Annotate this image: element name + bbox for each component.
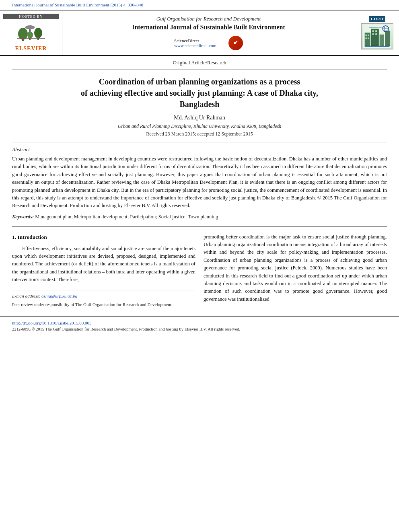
email-value[interactable]: ashiq@urp.ku.ac.bd	[41, 294, 77, 298]
gord-badge: GORD	[369, 16, 385, 22]
bottom-bar: http://dx.doi.org/10.1016/j.ijsbe.2015.0…	[0, 316, 399, 334]
elsevier-text: ELSEVIER	[15, 45, 47, 52]
peer-review-note: Peer review under responsibility of The …	[12, 301, 195, 308]
email-label: E-mail address:	[12, 294, 40, 298]
journal-header: HOSTED BY ELSEVIER Gulf Organisation for…	[0, 10, 399, 56]
elsevier-logo-box: HOSTED BY ELSEVIER	[0, 10, 62, 55]
footnote-area: E-mail address: ashiq@urp.ku.ac.bd Peer …	[12, 290, 195, 308]
gord-journal-thumbnail: International Journal of	[361, 23, 393, 49]
abstract-section: Abstract Urban planning and development …	[12, 146, 387, 220]
svg-rect-15	[368, 35, 369, 36]
svg-rect-8	[29, 38, 31, 40]
received-dates: Received 23 March 2015; accepted 12 Sept…	[12, 131, 387, 137]
intro-number: 1.	[12, 234, 16, 240]
intro-left-text: Effectiveness, efficiency, sustainabilit…	[12, 245, 195, 284]
keywords-line: Keywords: Management plan; Metropolitan …	[12, 214, 387, 220]
svg-rect-21	[375, 33, 377, 35]
svg-rect-6	[37, 37, 39, 40]
svg-rect-12	[380, 35, 384, 46]
divider-after-abstract	[12, 226, 387, 227]
keywords-label: Keywords:	[12, 214, 34, 220]
intro-right-text: promoting better coordination is the maj…	[204, 233, 387, 303]
col-left: 1. Introduction Effectiveness, efficienc…	[12, 233, 195, 308]
two-column-body: 1. Introduction Effectiveness, efficienc…	[12, 233, 387, 308]
crossmark-icon: ✔	[228, 36, 243, 50]
crossmark-symbol: ✔	[233, 39, 238, 46]
science-direct-row: ScienceDirect www.sciencedirect.com ✔	[174, 36, 243, 50]
article-title: Coordination of urban planning organizat…	[49, 76, 350, 110]
abstract-text: Urban planning and development managemen…	[12, 155, 387, 210]
svg-point-2	[25, 25, 35, 29]
svg-rect-14	[366, 35, 367, 36]
journal-title-header: International Journal of Sustainable Bui…	[132, 24, 285, 31]
svg-rect-25	[365, 46, 390, 47]
intro-heading: Introduction	[18, 234, 47, 240]
svg-point-7	[27, 31, 33, 39]
svg-point-5	[34, 28, 42, 38]
svg-rect-4	[22, 38, 24, 41]
svg-rect-13	[385, 31, 390, 46]
abstract-label: Abstract	[12, 146, 387, 153]
main-content: Coordination of urban planning organizat…	[0, 76, 399, 308]
doi-line: http://dx.doi.org/10.1016/j.ijsbe.2015.0…	[12, 320, 387, 325]
svg-rect-16	[366, 37, 367, 39]
gord-logo-box: GORD	[355, 10, 399, 55]
doi-text[interactable]: http://dx.doi.org/10.1016/j.ijsbe.2015.0…	[12, 320, 92, 325]
sciencedirect-url[interactable]: www.sciencedirect.com	[174, 43, 216, 48]
article-type-divider: Original Article/Research	[12, 56, 387, 70]
col-right: promoting better coordination is the maj…	[204, 233, 387, 308]
citation-bar: International Journal of Sustainable Bui…	[0, 0, 399, 10]
journal-center: Gulf Organisation for Research and Devel…	[62, 10, 355, 55]
sciencedirect-label: ScienceDirect	[174, 38, 199, 43]
keywords-values: Management plan; Metropolitan developmen…	[35, 214, 218, 220]
svg-text:International Journal of: International Journal of	[369, 27, 385, 29]
copyright-line: 2212-6090/© 2015 The Gulf Organisation f…	[12, 327, 387, 331]
org-name: Gulf Organisation for Research and Devel…	[156, 16, 261, 22]
article-title-text: Coordination of urban planning organizat…	[81, 77, 318, 109]
citation-text: International Journal of Sustainable Bui…	[12, 2, 143, 7]
intro-title: 1. Introduction	[12, 233, 195, 242]
svg-rect-19	[375, 30, 377, 32]
divider-after-dates	[12, 142, 387, 142]
svg-rect-18	[372, 30, 374, 32]
svg-rect-20	[372, 33, 374, 35]
footnote-email-line: E-mail address: ashiq@urp.ku.ac.bd	[12, 293, 195, 300]
author-affiliation: Urban and Rural Planning Discipline, Khu…	[12, 123, 387, 129]
author-name: Md. Ashiq Ur Rahman	[12, 115, 387, 121]
svg-rect-17	[368, 37, 369, 39]
elsevier-tree-icon	[15, 22, 47, 44]
hosted-by-label: HOSTED BY	[3, 14, 59, 19]
article-type-label: Original Article/Research	[12, 56, 387, 70]
sciencedirect-info: ScienceDirect www.sciencedirect.com	[174, 38, 216, 48]
